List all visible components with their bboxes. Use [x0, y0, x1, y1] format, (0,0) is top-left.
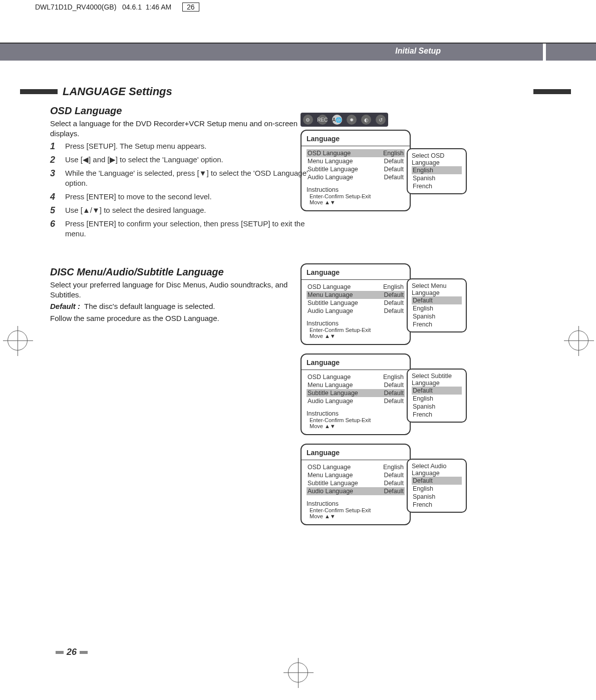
audio-screenshot: Language OSD LanguageEnglish Menu Langua…	[301, 441, 476, 525]
crop-mark-icon	[288, 662, 308, 682]
row-subtitle-language: Subtitle LanguageDefault	[307, 479, 405, 487]
breadcrumb: Initial Setup	[395, 47, 441, 56]
row-subtitle-language: Subtitle LanguageDefault	[307, 299, 405, 307]
step-number: 4	[50, 192, 59, 202]
osd-steps-list: 1Press [SETUP]. The Setup menu appears. …	[50, 141, 308, 239]
popup-option: English	[412, 304, 462, 312]
osd-intro: Select a language for the DVD Recorder+V…	[50, 119, 308, 138]
title-bar-right-icon	[533, 89, 571, 94]
section-title-row: LANGUAGE Settings	[20, 85, 551, 98]
file-time: 1:46 AM	[146, 3, 171, 11]
popup-option: Spanish	[412, 312, 462, 320]
row-menu-language: Menu LanguageDefault	[307, 471, 405, 479]
panel-title: Language	[307, 359, 405, 367]
panel-instructions: Instructions Enter-Confirm Setup-Exit Mo…	[307, 500, 405, 519]
disc-title: DISC Menu/Audio/Subtitle Language	[50, 266, 308, 278]
popup-option: English	[412, 485, 462, 493]
system-icon: ◐	[361, 115, 371, 125]
panel-title: Language	[307, 268, 405, 276]
osd-title: OSD Language	[50, 105, 308, 117]
osd-popup: Select OSD Language English Spanish Fren…	[407, 148, 467, 194]
step-text: While the 'Language' is selected, press …	[65, 168, 308, 189]
rec-icon: REC	[318, 115, 328, 125]
install-icon: ⚙	[303, 115, 313, 125]
popup-title: Select Subtitle Language	[412, 373, 462, 387]
row-osd-language: OSD LanguageEnglish	[307, 283, 405, 291]
language-panel: Language OSD LanguageEnglish Menu Langua…	[301, 263, 411, 345]
popup-option: Spanish	[412, 174, 462, 182]
title-bar-left-icon	[20, 89, 58, 94]
popup-option: English	[412, 395, 462, 403]
popup-option: Default	[412, 477, 462, 485]
step-text: Press [ENTER] to move to the second leve…	[65, 192, 308, 202]
file-header: DWL71D1D_RV4000(GB) 04.6.1 1:46 AM 26	[35, 3, 199, 12]
file-page-box: 26	[182, 3, 199, 12]
osd-screenshot: ⚙ REC A🌐 ✸ ◐ ↺ Language OSD LanguageEngl…	[301, 113, 476, 211]
header-divider	[543, 44, 546, 61]
subtitle-screenshot: Language OSD LanguageEnglish Menu Langua…	[301, 351, 476, 435]
row-audio-language: Audio LanguageDefault	[307, 397, 405, 405]
row-osd-language: OSD LanguageEnglish	[307, 149, 405, 157]
popup-title: Select Audio Language	[412, 463, 462, 477]
popup-option: Spanish	[412, 493, 462, 501]
popup-option: French	[412, 182, 462, 190]
popup-option: Spanish	[412, 403, 462, 411]
disc-language-section: DISC Menu/Audio/Subtitle Language Select…	[50, 266, 308, 323]
popup-option: French	[412, 501, 462, 509]
header-bar: Initial Setup	[0, 43, 596, 61]
row-audio-language: Audio LanguageDefault	[307, 487, 405, 495]
language-icon: A🌐	[332, 115, 342, 125]
panel-instructions: Instructions Enter-Confirm Setup-Exit Mo…	[307, 186, 405, 205]
step-number: 5	[50, 205, 59, 216]
crop-mark-icon	[8, 330, 28, 351]
disc-intro: Select your preferred language for Disc …	[50, 280, 308, 299]
step-number: 1	[50, 141, 59, 152]
subtitle-popup: Select Subtitle Language Default English…	[407, 369, 467, 423]
setup-tab-icons: ⚙ REC A🌐 ✸ ◐ ↺	[301, 113, 388, 127]
row-audio-language: Audio LanguageDefault	[307, 307, 405, 315]
language-panel: Language OSD LanguageEnglish Menu Langua…	[301, 444, 411, 525]
popup-title: Select Menu Language	[412, 282, 462, 296]
language-panel: Language OSD LanguageEnglish Menu Langua…	[301, 354, 411, 435]
return-icon: ↺	[376, 115, 386, 125]
step-number: 3	[50, 168, 59, 189]
popup-option: Default	[412, 296, 462, 304]
row-menu-language: Menu LanguageDefault	[307, 157, 405, 165]
preferences-icon: ✸	[347, 115, 357, 125]
file-name: DWL71D1D_RV4000(GB)	[35, 3, 116, 11]
row-subtitle-language: Subtitle LanguageDefault	[307, 389, 405, 397]
popup-option: English	[412, 166, 462, 174]
popup-option: French	[412, 320, 462, 328]
step-number: 6	[50, 219, 59, 239]
step-number: 2	[50, 155, 59, 165]
row-audio-language: Audio LanguageDefault	[307, 173, 405, 181]
row-osd-language: OSD LanguageEnglish	[307, 373, 405, 381]
popup-title: Select OSD Language	[412, 152, 462, 166]
menu-popup: Select Menu Language Default English Spa…	[407, 278, 467, 332]
step-text: Press [SETUP]. The Setup menu appears.	[65, 141, 308, 152]
row-menu-language: Menu LanguageDefault	[307, 381, 405, 389]
file-date: 04.6.1	[122, 3, 142, 11]
menu-screenshot: Language OSD LanguageEnglish Menu Langua…	[301, 260, 476, 345]
panel-instructions: Instructions Enter-Confirm Setup-Exit Mo…	[307, 320, 405, 339]
popup-option: French	[412, 411, 462, 419]
panel-title: Language	[307, 135, 405, 143]
row-menu-language: Menu LanguageDefault	[307, 291, 405, 299]
step-text: Use [◀] and [▶] to select the 'Language'…	[65, 155, 308, 165]
page-number: 26	[53, 647, 91, 657]
panel-instructions: Instructions Enter-Confirm Setup-Exit Mo…	[307, 410, 405, 429]
panel-title: Language	[307, 449, 405, 457]
step-text: Use [▲/▼] to select the desired language…	[65, 205, 308, 216]
row-osd-language: OSD LanguageEnglish	[307, 463, 405, 471]
step-text: Press [ENTER] to confirm your selection,…	[65, 219, 308, 239]
crop-mark-icon	[568, 330, 588, 351]
disc-default: Default : The disc's default language is…	[50, 301, 308, 311]
disc-follow: Follow the same procedure as the OSD Lan…	[50, 313, 308, 323]
audio-popup: Select Audio Language Default English Sp…	[407, 459, 467, 513]
row-subtitle-language: Subtitle LanguageDefault	[307, 165, 405, 173]
osd-language-section: OSD Language Select a language for the D…	[50, 105, 308, 239]
language-panel: Language OSD LanguageEnglish Menu Langua…	[301, 130, 411, 211]
section-title: LANGUAGE Settings	[63, 85, 172, 98]
popup-option: Default	[412, 387, 462, 395]
